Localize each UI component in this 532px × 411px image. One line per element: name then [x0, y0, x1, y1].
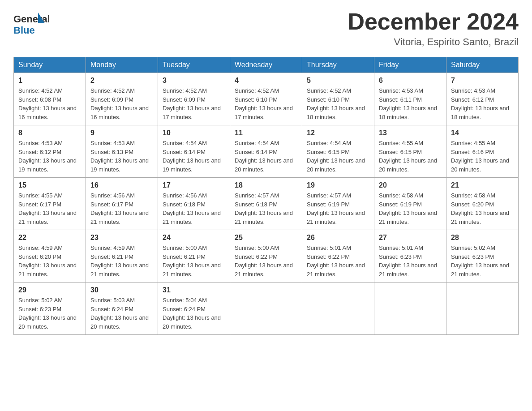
- day-info: Sunrise: 4:55 AM Sunset: 6:15 PM Dayligh…: [379, 139, 442, 174]
- day-info: Sunrise: 5:02 AM Sunset: 6:23 PM Dayligh…: [18, 296, 81, 331]
- day-info: Sunrise: 4:52 AM Sunset: 6:09 PM Dayligh…: [90, 86, 153, 121]
- header-saturday: Saturday: [446, 57, 519, 73]
- day-info: Sunrise: 4:58 AM Sunset: 6:19 PM Dayligh…: [379, 191, 442, 226]
- calendar-week-row: 8 Sunrise: 4:53 AM Sunset: 6:12 PM Dayli…: [14, 125, 519, 178]
- table-row: 16 Sunrise: 4:56 AM Sunset: 6:17 PM Dayl…: [86, 178, 158, 230]
- day-number: 3: [163, 77, 225, 85]
- table-row: 4 Sunrise: 4:52 AM Sunset: 6:10 PM Dayli…: [230, 73, 302, 125]
- table-row: 13 Sunrise: 4:55 AM Sunset: 6:15 PM Dayl…: [374, 125, 446, 178]
- title-area: December 2024 Vitoria, Espirito Santo, B…: [348, 9, 519, 48]
- table-row: 14 Sunrise: 4:55 AM Sunset: 6:16 PM Dayl…: [446, 125, 519, 178]
- header-friday: Friday: [374, 57, 446, 73]
- day-info: Sunrise: 4:56 AM Sunset: 6:18 PM Dayligh…: [163, 191, 225, 226]
- table-row: 3 Sunrise: 4:52 AM Sunset: 6:09 PM Dayli…: [158, 73, 230, 125]
- calendar-week-row: 15 Sunrise: 4:55 AM Sunset: 6:17 PM Dayl…: [14, 178, 519, 230]
- day-info: Sunrise: 4:54 AM Sunset: 6:15 PM Dayligh…: [307, 139, 369, 174]
- header-wednesday: Wednesday: [230, 57, 302, 73]
- table-row: 19 Sunrise: 4:57 AM Sunset: 6:19 PM Dayl…: [302, 178, 374, 230]
- table-row: 9 Sunrise: 4:53 AM Sunset: 6:13 PM Dayli…: [86, 125, 158, 178]
- table-row: 1 Sunrise: 4:52 AM Sunset: 6:08 PM Dayli…: [14, 73, 86, 125]
- table-row: 27 Sunrise: 5:01 AM Sunset: 6:23 PM Dayl…: [374, 230, 446, 283]
- table-row: 30 Sunrise: 5:03 AM Sunset: 6:24 PM Dayl…: [86, 283, 158, 335]
- day-info: Sunrise: 5:01 AM Sunset: 6:22 PM Dayligh…: [307, 244, 369, 278]
- day-number: 4: [235, 77, 297, 85]
- day-number: 22: [18, 234, 81, 242]
- table-row: 23 Sunrise: 4:59 AM Sunset: 6:21 PM Dayl…: [86, 230, 158, 283]
- table-row: [374, 283, 446, 335]
- day-number: 6: [379, 77, 442, 85]
- day-number: 30: [90, 286, 153, 294]
- day-info: Sunrise: 4:53 AM Sunset: 6:12 PM Dayligh…: [451, 86, 514, 121]
- day-number: 7: [451, 77, 514, 85]
- header-sunday: Sunday: [14, 57, 86, 73]
- day-info: Sunrise: 4:58 AM Sunset: 6:20 PM Dayligh…: [451, 191, 514, 226]
- logo: General Blue: [13, 9, 49, 40]
- table-row: 20 Sunrise: 4:58 AM Sunset: 6:19 PM Dayl…: [374, 178, 446, 230]
- calendar-week-row: 22 Sunrise: 4:59 AM Sunset: 6:20 PM Dayl…: [14, 230, 519, 283]
- day-number: 25: [235, 234, 297, 242]
- day-info: Sunrise: 5:04 AM Sunset: 6:24 PM Dayligh…: [163, 296, 225, 331]
- table-row: 12 Sunrise: 4:54 AM Sunset: 6:15 PM Dayl…: [302, 125, 374, 178]
- day-info: Sunrise: 4:57 AM Sunset: 6:18 PM Dayligh…: [235, 191, 297, 226]
- day-info: Sunrise: 4:52 AM Sunset: 6:10 PM Dayligh…: [307, 86, 369, 121]
- day-info: Sunrise: 4:56 AM Sunset: 6:17 PM Dayligh…: [90, 191, 153, 226]
- day-number: 29: [18, 286, 81, 294]
- day-number: 17: [163, 181, 225, 189]
- day-info: Sunrise: 4:53 AM Sunset: 6:12 PM Dayligh…: [18, 139, 81, 174]
- day-number: 14: [451, 129, 514, 137]
- day-number: 18: [235, 181, 297, 189]
- table-row: 26 Sunrise: 5:01 AM Sunset: 6:22 PM Dayl…: [302, 230, 374, 283]
- table-row: 8 Sunrise: 4:53 AM Sunset: 6:12 PM Dayli…: [14, 125, 86, 178]
- table-row: 24 Sunrise: 5:00 AM Sunset: 6:21 PM Dayl…: [158, 230, 230, 283]
- day-number: 12: [307, 129, 369, 137]
- day-info: Sunrise: 4:55 AM Sunset: 6:16 PM Dayligh…: [451, 139, 514, 174]
- logo-icon: General Blue: [13, 9, 49, 40]
- calendar-header-row: Sunday Monday Tuesday Wednesday Thursday…: [14, 57, 519, 73]
- day-number: 15: [18, 181, 81, 189]
- day-info: Sunrise: 4:59 AM Sunset: 6:20 PM Dayligh…: [18, 244, 81, 278]
- calendar-table: Sunday Monday Tuesday Wednesday Thursday…: [13, 57, 519, 335]
- day-number: 28: [451, 234, 514, 242]
- table-row: 15 Sunrise: 4:55 AM Sunset: 6:17 PM Dayl…: [14, 178, 86, 230]
- table-row: 11 Sunrise: 4:54 AM Sunset: 6:14 PM Dayl…: [230, 125, 302, 178]
- table-row: 6 Sunrise: 4:53 AM Sunset: 6:11 PM Dayli…: [374, 73, 446, 125]
- day-number: 31: [163, 286, 225, 294]
- day-number: 10: [163, 129, 225, 137]
- day-info: Sunrise: 5:03 AM Sunset: 6:24 PM Dayligh…: [90, 296, 153, 331]
- day-number: 24: [163, 234, 225, 242]
- table-row: [230, 283, 302, 335]
- day-number: 5: [307, 77, 369, 85]
- calendar-week-row: 29 Sunrise: 5:02 AM Sunset: 6:23 PM Dayl…: [14, 283, 519, 335]
- day-info: Sunrise: 4:52 AM Sunset: 6:08 PM Dayligh…: [18, 86, 81, 121]
- location: Vitoria, Espirito Santo, Brazil: [348, 36, 519, 48]
- day-info: Sunrise: 4:55 AM Sunset: 6:17 PM Dayligh…: [18, 191, 81, 226]
- table-row: 31 Sunrise: 5:04 AM Sunset: 6:24 PM Dayl…: [158, 283, 230, 335]
- day-info: Sunrise: 5:00 AM Sunset: 6:21 PM Dayligh…: [163, 244, 225, 278]
- day-number: 23: [90, 234, 153, 242]
- day-info: Sunrise: 5:00 AM Sunset: 6:22 PM Dayligh…: [235, 244, 297, 278]
- day-number: 8: [18, 129, 81, 137]
- day-info: Sunrise: 4:52 AM Sunset: 6:09 PM Dayligh…: [163, 86, 225, 121]
- day-info: Sunrise: 4:54 AM Sunset: 6:14 PM Dayligh…: [235, 139, 297, 174]
- day-info: Sunrise: 4:54 AM Sunset: 6:14 PM Dayligh…: [163, 139, 225, 174]
- day-info: Sunrise: 4:57 AM Sunset: 6:19 PM Dayligh…: [307, 191, 369, 226]
- calendar-week-row: 1 Sunrise: 4:52 AM Sunset: 6:08 PM Dayli…: [14, 73, 519, 125]
- day-info: Sunrise: 4:53 AM Sunset: 6:13 PM Dayligh…: [90, 139, 153, 174]
- day-info: Sunrise: 4:52 AM Sunset: 6:10 PM Dayligh…: [235, 86, 297, 121]
- day-info: Sunrise: 4:53 AM Sunset: 6:11 PM Dayligh…: [379, 86, 442, 121]
- table-row: [446, 283, 519, 335]
- page-header: General Blue December 2024 Vitoria, Espi…: [13, 9, 519, 48]
- day-number: 21: [451, 181, 514, 189]
- header-monday: Monday: [86, 57, 158, 73]
- day-number: 1: [18, 77, 81, 85]
- month-title: December 2024: [348, 9, 519, 34]
- day-number: 11: [235, 129, 297, 137]
- table-row: 7 Sunrise: 4:53 AM Sunset: 6:12 PM Dayli…: [446, 73, 519, 125]
- table-row: 10 Sunrise: 4:54 AM Sunset: 6:14 PM Dayl…: [158, 125, 230, 178]
- table-row: [302, 283, 374, 335]
- table-row: 28 Sunrise: 5:02 AM Sunset: 6:23 PM Dayl…: [446, 230, 519, 283]
- table-row: 22 Sunrise: 4:59 AM Sunset: 6:20 PM Dayl…: [14, 230, 86, 283]
- day-number: 2: [90, 77, 153, 85]
- day-info: Sunrise: 4:59 AM Sunset: 6:21 PM Dayligh…: [90, 244, 153, 278]
- table-row: 29 Sunrise: 5:02 AM Sunset: 6:23 PM Dayl…: [14, 283, 86, 335]
